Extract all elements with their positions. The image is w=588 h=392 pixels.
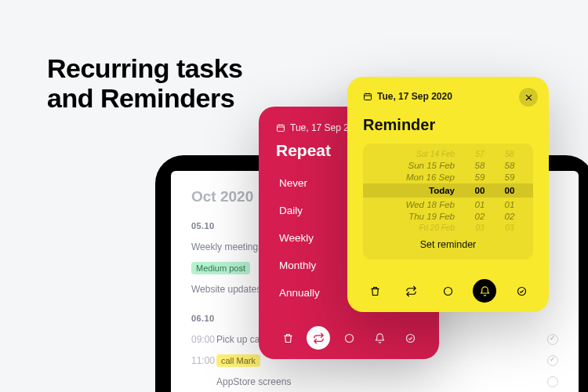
picker-day: Fri 20 Feb [377, 223, 459, 232]
svg-rect-0 [278, 125, 285, 132]
check-icon[interactable] [547, 334, 558, 345]
calendar-icon [363, 92, 372, 101]
circle-icon [343, 332, 355, 344]
picker-minute: 03 [500, 223, 519, 232]
trash-icon [282, 332, 294, 344]
picker-row[interactable]: Wed 18 Feb0101 [363, 198, 533, 210]
datetime-picker[interactable]: Sat 14 Feb5758Sun 15 Feb5858Mon 16 Sep59… [363, 143, 533, 260]
picker-minute: 59 [500, 172, 519, 182]
calendar-icon [276, 123, 285, 132]
hero-line-1: Recurring tasks [47, 53, 243, 83]
reminder-button[interactable] [473, 279, 496, 303]
done-button[interactable] [510, 279, 533, 303]
set-reminder-button[interactable]: Set reminder [363, 233, 533, 252]
task-text: AppStore screens [191, 376, 291, 387]
status-button[interactable] [337, 326, 361, 350]
picker-minute: 02 [500, 212, 519, 221]
picker-minute: 01 [500, 200, 519, 209]
trash-icon [369, 285, 381, 297]
task-text: 09:00Pick up car [191, 334, 263, 345]
reminder-toolbar [363, 270, 533, 303]
svg-rect-6 [365, 94, 372, 100]
picker-hour: 58 [470, 161, 489, 170]
task-text: Weekly meetings [191, 241, 263, 252]
sheet-date-text: Tue, 17 Sep 2020 [377, 91, 452, 102]
picker-minute: 58 [500, 150, 519, 158]
done-button[interactable] [398, 326, 422, 350]
svg-point-5 [406, 334, 414, 342]
picker-row[interactable]: Sat 14 Feb5758 [363, 148, 533, 159]
sheet-date: Tue, 17 Sep 2020 [363, 91, 533, 102]
check-circle-icon [405, 332, 416, 344]
picker-day: Wed 18 Feb [377, 200, 459, 209]
task-text: Website updates [191, 284, 261, 295]
repeat-button[interactable] [400, 279, 423, 303]
picker-row[interactable]: Mon 16 Sep5959 [363, 171, 533, 183]
picker-day: Thu 19 Feb [377, 212, 459, 221]
picker-row[interactable]: Fri 20 Feb0303 [363, 222, 533, 233]
repeat-icon [313, 332, 325, 344]
svg-point-10 [445, 287, 452, 295]
reminder-title: Reminder [363, 116, 533, 134]
repeat-button[interactable] [307, 326, 330, 350]
picker-minute: 58 [500, 161, 519, 170]
picker-row[interactable]: Today0000 [363, 183, 533, 198]
check-circle-icon [516, 285, 528, 297]
picker-day: Today [377, 186, 459, 195]
bell-icon [374, 332, 386, 344]
reminder-button[interactable] [368, 326, 391, 350]
picker-day: Sat 14 Feb [377, 150, 459, 158]
picker-row[interactable]: Thu 19 Feb0202 [363, 210, 533, 222]
picker-hour: 01 [470, 200, 489, 209]
delete-button[interactable] [276, 326, 299, 350]
task-text: 11:00call Mark [191, 354, 260, 367]
picker-hour: 02 [470, 212, 489, 221]
svg-point-4 [345, 334, 353, 342]
bell-icon [479, 285, 491, 297]
picker-hour: 00 [470, 186, 489, 195]
circle-icon [442, 285, 454, 297]
repeat-icon [405, 285, 417, 297]
picker-minute: 00 [500, 186, 519, 195]
picker-hour: 03 [470, 223, 489, 232]
hero-title: Recurring tasks and Reminders [47, 53, 243, 113]
check-icon[interactable] [547, 355, 558, 366]
hero-line-2: and Reminders [47, 83, 243, 113]
status-button[interactable] [437, 279, 460, 303]
reminder-sheet: Tue, 17 Sep 2020 Reminder Sat 14 Feb5758… [347, 77, 549, 312]
picker-row[interactable]: Sun 15 Feb5858 [363, 159, 533, 171]
delete-button[interactable] [363, 279, 387, 303]
repeat-toolbar [276, 318, 422, 350]
task-chip: Medium post [191, 262, 250, 274]
picker-day: Sun 15 Feb [377, 161, 459, 170]
check-icon[interactable] [547, 376, 558, 387]
picker-hour: 57 [470, 150, 489, 158]
task-row[interactable]: AppStore screens [191, 372, 558, 392]
picker-hour: 59 [470, 172, 489, 182]
picker-day: Mon 16 Sep [377, 172, 459, 182]
svg-point-11 [517, 287, 525, 295]
